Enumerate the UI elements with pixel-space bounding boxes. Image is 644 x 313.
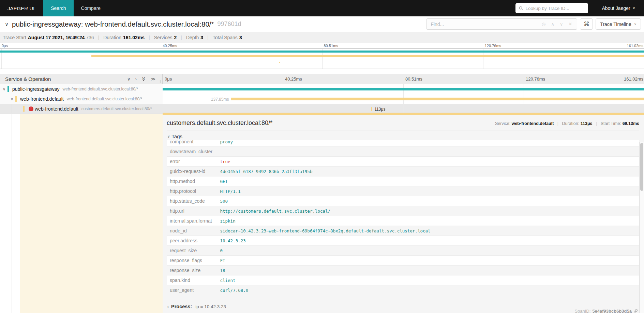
span-expander-icon[interactable]: ∨ (3, 87, 5, 91)
detail-scrollbar[interactable] (639, 142, 644, 313)
span-timeline-cell[interactable]: 137.85ms (163, 94, 644, 104)
tag-key: http.status_code (167, 196, 218, 206)
trace-minimap[interactable] (0, 48, 644, 69)
tick-label: 161.02ms (627, 44, 643, 48)
subtree-highlight-column[interactable] (20, 114, 163, 313)
tag-row[interactable]: peer.address10.42.3.23 (167, 236, 639, 246)
span-service-name: public-ingressgateway (12, 86, 60, 92)
tag-row[interactable]: span.kindclient (167, 275, 639, 285)
tags-section-toggle[interactable]: ∨ Tags (167, 133, 639, 139)
span-detail-title: customers.default.svc.cluster.local:80/* (167, 119, 495, 127)
tag-row[interactable]: node_idsidecar~10.42.3.23~web-frontend-6… (167, 226, 639, 236)
process-label: Process: (171, 304, 192, 309)
tag-row[interactable]: response_flagsFI (167, 256, 639, 266)
indent-guide (4, 104, 4, 113)
match-next-icon[interactable]: ∨ (560, 22, 563, 27)
span-name-cell[interactable]: ∨web-frontend.defaultweb-frontend.defaul… (0, 94, 163, 104)
span-timeline-cell[interactable] (163, 84, 644, 94)
process-section-toggle[interactable]: › Process: ip = 10.42.3.23 (167, 304, 639, 309)
detail-start-label: Start Time: (601, 121, 621, 126)
span-duration-bar[interactable] (231, 98, 644, 100)
tag-row[interactable]: http.status_code500 (167, 196, 639, 206)
tag-row[interactable]: downstream_cluster- (167, 147, 639, 157)
tag-value: http://customers.default.svc.cluster.loc… (218, 206, 639, 216)
detail-service-value: web-frontend.default (512, 121, 554, 126)
top-nav: JAEGER UI SearchCompare About Jaeger ∨ (0, 0, 644, 16)
detail-service-label: Service: (495, 121, 510, 126)
expand-one-icon[interactable]: › (135, 77, 136, 81)
tag-value: 4de3455f-6187-9492-836b-2a3ff3fa195b (218, 167, 639, 176)
span-operation-name: customers.default.svc.cluster.local:80/* (81, 106, 152, 111)
keyboard-shortcuts-button[interactable]: ⌘ (580, 18, 593, 30)
indent-guide (12, 104, 12, 113)
tag-row[interactable]: internal.span.formatzipkin (167, 216, 639, 226)
span-row: ∨public-ingressgatewayweb-frontend.defau… (0, 84, 644, 94)
tag-row[interactable]: componentproxy (167, 140, 639, 147)
indent-guide (4, 94, 4, 104)
tick-label: 80.51ms (324, 44, 338, 48)
detail-duration-label: Duration: (562, 121, 580, 126)
collapse-one-icon[interactable]: ∨ (127, 77, 131, 81)
chevron-down-icon: ∨ (634, 23, 636, 26)
app-brand: JAEGER UI (0, 0, 43, 16)
total-spans-value: 3 (239, 35, 242, 40)
span-name-cell[interactable]: !web-frontend.defaultcustomers.default.s… (0, 104, 163, 113)
link-icon[interactable] (633, 309, 638, 313)
span-operation-name: web-frontend.default.svc.cluster.local:8… (67, 97, 142, 101)
tag-key: node_id (167, 226, 218, 236)
duration-label: Duration (103, 35, 121, 40)
tag-row[interactable]: http.urlhttp://customers.default.svc.clu… (167, 206, 639, 216)
span-name-cell[interactable]: ∨public-ingressgatewayweb-frontend.defau… (0, 84, 163, 94)
trace-id-lookup-input[interactable] (525, 6, 585, 11)
tag-value: client (218, 275, 639, 285)
tag-key: error (167, 157, 218, 167)
scrollbar-thumb[interactable] (640, 143, 643, 191)
tag-value: sidecar~10.42.3.23~web-frontend-69b64f97… (218, 226, 639, 236)
tag-row[interactable]: guid:x-request-id4de3455f-6187-9492-836b… (167, 167, 639, 176)
tag-row[interactable]: user_agentcurl/7.68.0 (167, 285, 639, 295)
span-color-bar (23, 106, 25, 112)
span-detail-row: customers.default.svc.cluster.local:80/*… (0, 114, 644, 313)
tick-label: 40.25ms (285, 76, 302, 82)
collapse-trace-icon[interactable]: ∨ (5, 21, 9, 27)
timeline-gridline (283, 104, 283, 113)
tag-key: response_flags (167, 256, 218, 266)
span-row: ∨web-frontend.defaultweb-frontend.defaul… (0, 94, 644, 104)
about-jaeger-menu[interactable]: About Jaeger ∨ (602, 5, 635, 11)
trace-id-lookup[interactable] (515, 3, 588, 13)
span-duration-bar[interactable] (163, 88, 644, 90)
span-timeline-cell[interactable]: 113μs (163, 104, 644, 114)
trace-view-select[interactable]: Trace Timeline ∨ (596, 18, 641, 30)
span-id-label: SpanID: (574, 309, 590, 313)
clear-find-icon[interactable]: ✕ (568, 22, 572, 27)
span-duration-tick[interactable] (371, 107, 372, 111)
tag-value: zipkin (218, 216, 639, 226)
span-expander-icon[interactable]: ∨ (11, 97, 13, 101)
trace-summary-bar: Trace Start August 17 2021, 16:49:24.736… (0, 32, 644, 43)
match-locate-icon[interactable]: ◎ (542, 22, 545, 27)
tag-row[interactable]: response_size18 (167, 266, 639, 275)
tag-key: span.kind (167, 275, 218, 285)
tag-key: http.method (167, 176, 218, 186)
tag-row[interactable]: http.protocolHTTP/1.1 (167, 186, 639, 196)
tag-row[interactable]: http.methodGET (167, 176, 639, 186)
tick-label: 120.76ms (485, 44, 501, 48)
trace-title: public-ingressgateway: web-frontend.defa… (12, 20, 214, 28)
tag-row[interactable]: request_size0 (167, 246, 639, 256)
tag-row[interactable]: errortrue (167, 157, 639, 167)
collapse-all-icon[interactable]: ≫ (141, 77, 146, 82)
tag-key: request_size (167, 246, 218, 256)
services-label: Services (154, 35, 173, 40)
tag-key: component (167, 140, 218, 147)
nav-tab-compare[interactable]: Compare (74, 0, 108, 16)
tag-value: curl/7.68.0 (218, 285, 639, 295)
column-resize-grip[interactable]: ∥ (160, 80, 162, 83)
nav-tab-search[interactable]: Search (43, 0, 73, 16)
tag-value: 0 (218, 246, 639, 256)
expand-all-icon[interactable]: ≫ (151, 77, 155, 81)
tags-table-viewport[interactable]: componentproxydownstream_cluster-errortr… (167, 140, 639, 295)
trace-start-ms: .736 (85, 35, 94, 40)
find-input[interactable] (426, 22, 537, 27)
span-id-footer: SpanID: 5e4af93bcb6b3d5a (574, 309, 638, 313)
match-prev-icon[interactable]: ∧ (551, 22, 554, 27)
